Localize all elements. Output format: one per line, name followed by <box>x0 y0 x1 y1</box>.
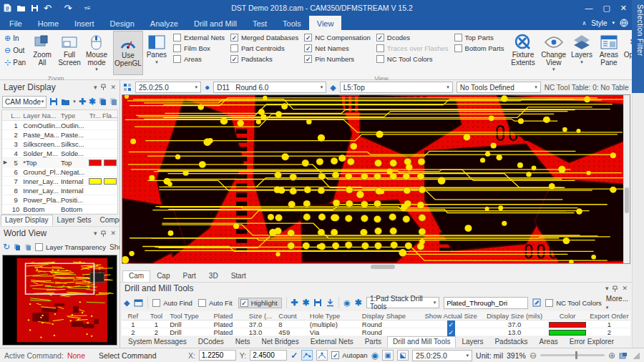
layer-panel-tab-layer-display[interactable]: Layer Display <box>1 215 53 226</box>
checkbox-bottom-parts[interactable]: Bottom Parts <box>454 44 504 52</box>
use-opengl-button[interactable]: Use OpenGL <box>113 31 143 75</box>
delete-tools-icon[interactable]: ✱ <box>302 298 309 307</box>
checkbox-film-box[interactable]: Film Box <box>173 44 225 52</box>
save-icon[interactable] <box>31 4 39 12</box>
panel-menu-icon[interactable]: ▾ <box>605 285 609 292</box>
zoom-all-button[interactable]: Zoom All <box>29 31 56 75</box>
layers-diamond-icon[interactable]: ◆ <box>124 298 130 308</box>
selection-filter-tab[interactable]: Selection Filter <box>632 0 644 93</box>
drill-column-color[interactable]: Color <box>547 312 587 320</box>
redo-dropdown-icon[interactable]: ▾ <box>77 5 79 11</box>
pin-icon[interactable] <box>613 285 618 292</box>
cam-mode-select[interactable]: CAM Mode▾ <box>2 96 47 108</box>
menu-tab-home[interactable]: Home <box>30 16 67 30</box>
refresh-icon[interactable]: ↻ <box>3 242 10 252</box>
select-window-icon[interactable]: ▣ <box>382 350 394 361</box>
checkbox-top-parts[interactable]: Top Parts <box>454 34 504 41</box>
paste-view-icon[interactable] <box>24 243 31 251</box>
drill-column-ref[interactable]: Ref <box>122 312 145 320</box>
menu-tab-file[interactable]: File <box>1 16 30 30</box>
undo-icon[interactable]: ↶ <box>44 3 52 14</box>
x-coordinate-input[interactable] <box>199 350 236 361</box>
zoom-out-slider-icon[interactable]: ⊖ <box>530 351 537 361</box>
layer-row-1[interactable]: 1ComOutlin...Outlin... <box>2 121 117 130</box>
menu-tab-tools[interactable]: Tools <box>275 16 309 30</box>
layer-row-5[interactable]: ▶5*TopTop <box>2 158 117 167</box>
undo-dropdown-icon[interactable]: ▾ <box>57 5 59 11</box>
drill-column-display-shape[interactable]: Display Shape <box>361 312 420 320</box>
menu-tab-design[interactable]: Design <box>102 16 142 30</box>
close-icon[interactable]: ✕ <box>110 230 116 237</box>
clear-highlight-icon[interactable]: ✱ <box>355 298 362 307</box>
zoom-out-button[interactable]: ⊖Out <box>3 44 27 57</box>
style-label[interactable]: Style <box>591 19 607 27</box>
drill-tool-row-2[interactable]: 22DrillPlated13.0459ViaRound✓13.02 <box>122 328 630 336</box>
dcode-select[interactable]: D11 Round 6.0▾ <box>213 82 326 93</box>
checkbox-part-centroids[interactable]: Part Centroids <box>230 44 298 52</box>
horizontal-scrollbar[interactable] <box>122 264 630 270</box>
close-icon[interactable]: ✕ <box>622 285 628 292</box>
checkbox-pin-numbers[interactable]: ✓Pin Numbers <box>304 55 371 63</box>
mouse-mode-button[interactable]: Mouse mode▾ <box>83 31 110 75</box>
fixture-extents-button[interactable]: Fixture Extents <box>507 31 539 75</box>
drill-tool-row-1[interactable]: 11DrillPlated37.08(multiple)Round✓37.01 <box>122 321 630 328</box>
layer-row-6[interactable]: 6Ground_Pl...Negat... <box>2 167 117 177</box>
checkbox-padstacks[interactable]: ✓Padstacks <box>230 55 298 63</box>
pin-icon[interactable] <box>101 84 106 90</box>
bottom-tab-areas[interactable]: Areas <box>534 336 564 348</box>
grid-select[interactable]: 25.0:25.0▾ <box>135 82 201 93</box>
canvas-tab-3d[interactable]: 3D <box>203 270 225 282</box>
panel-menu-icon[interactable]: ▾ <box>94 84 97 91</box>
world-view-thumbnail[interactable] <box>2 255 117 346</box>
apply-check-icon[interactable]: ✓ <box>291 351 298 361</box>
drill-column-count[interactable]: Count <box>277 312 308 320</box>
bottom-tab-external-nets[interactable]: External Nets <box>305 336 359 348</box>
layer-transparency-checkbox[interactable]: Layer Transparency <box>35 243 106 251</box>
menu-tab-analyze[interactable]: Analyze <box>142 16 186 30</box>
menu-tab-drill-and-mill[interactable]: Drill and Mill <box>186 16 245 30</box>
screen-capture-icon[interactable] <box>619 352 628 359</box>
drill-column-tool-type[interactable]: Tool Type <box>168 312 212 320</box>
drill-checkbox-auto-find[interactable]: Auto Find <box>152 299 192 307</box>
layer-panel-tab-layer-sets[interactable]: Layer Sets <box>53 215 96 226</box>
open-folder-icon[interactable] <box>16 4 26 12</box>
canvas-tab-cap[interactable]: Cap <box>150 270 176 282</box>
panel-menu-icon[interactable]: ▾ <box>94 230 97 237</box>
collapse-ribbon-icon[interactable]: ∧ <box>582 20 586 26</box>
globe-icon[interactable] <box>620 19 628 27</box>
menu-tab-insert[interactable]: Insert <box>67 16 102 30</box>
zoom-slider[interactable] <box>540 354 605 356</box>
copy-settings-icon[interactable] <box>99 97 107 106</box>
import-tools-icon[interactable] <box>326 298 334 307</box>
vertical-scrollbar[interactable] <box>623 95 630 263</box>
new-document-icon[interactable] <box>4 4 11 12</box>
checkbox-dcodes[interactable]: ✓Dcodes <box>376 34 449 41</box>
save-layers-icon[interactable] <box>49 97 58 106</box>
pane-icon[interactable] <box>134 299 143 307</box>
layer-row-7[interactable]: 7Inner_Lay...Internal <box>2 177 117 186</box>
bottom-tab-padstacks[interactable]: Padstacks <box>489 336 533 348</box>
polygon-mode-icon[interactable]: ⬕ <box>397 350 409 361</box>
customize-quick-access-icon[interactable]: ▿≡ <box>84 5 91 11</box>
checkbox-external-nets[interactable]: External Nets <box>173 34 225 41</box>
canvas-tab-start[interactable]: Start <box>225 270 253 282</box>
layer-row-8[interactable]: 8Inner_Lay...Internal <box>2 186 117 195</box>
more-menu[interactable]: More... ▾ <box>606 295 628 310</box>
bottom-tab-parts[interactable]: Parts <box>359 336 387 348</box>
copy-view-icon[interactable] <box>14 243 21 251</box>
bottom-tab-net-bridges[interactable]: Net Bridges <box>255 336 304 348</box>
pcb-canvas[interactable] <box>122 94 630 264</box>
drill-column-tool[interactable]: Tool <box>145 312 169 320</box>
redo-icon[interactable]: ↷ <box>64 3 72 14</box>
checkbox-traces-over-flashes[interactable]: Traces over Flashes <box>376 44 449 52</box>
canvas-tab-cam[interactable]: Cam <box>122 270 150 282</box>
drill-column-export-order[interactable]: Export Order <box>588 312 630 320</box>
nc-tools-select[interactable]: No Tools Defined▾ <box>457 82 541 93</box>
style-dropdown-icon[interactable]: ▾ <box>612 20 615 26</box>
pin-icon[interactable] <box>101 230 106 237</box>
drill-checkbox-auto-fit[interactable]: Auto Fit <box>198 299 233 307</box>
close-icon[interactable]: ✕ <box>110 84 116 91</box>
menu-tab-test[interactable]: Test <box>245 16 275 30</box>
bottom-tab-layers[interactable]: Layers <box>456 336 489 348</box>
target-icon[interactable]: ◉ <box>343 298 351 308</box>
